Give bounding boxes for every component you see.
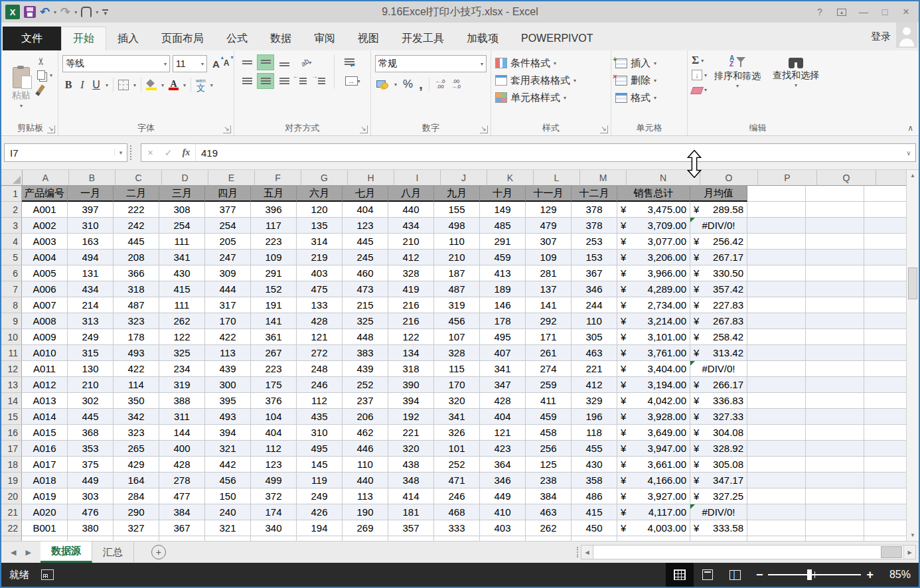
- cell[interactable]: 422: [114, 361, 159, 377]
- cell[interactable]: ¥328.92: [690, 441, 747, 457]
- cell[interactable]: ¥3,709.00: [617, 218, 690, 234]
- cell[interactable]: ¥3,214.00: [617, 313, 690, 329]
- cell[interactable]: 422: [205, 329, 251, 345]
- cell[interactable]: 110: [572, 313, 617, 329]
- page-layout-view-button[interactable]: [694, 563, 722, 587]
- cell[interactable]: 302: [68, 393, 114, 409]
- normal-view-button[interactable]: [666, 563, 694, 587]
- cell[interactable]: 155: [434, 202, 480, 218]
- cell[interactable]: 216: [388, 313, 434, 329]
- cell[interactable]: 341: [434, 409, 480, 425]
- cell[interactable]: 216: [388, 297, 434, 313]
- redo-dropdown-icon[interactable]: ▾: [74, 9, 77, 15]
- decrease-indent-button[interactable]: [294, 73, 311, 89]
- cell[interactable]: [747, 409, 806, 425]
- align-middle-button[interactable]: [257, 54, 274, 70]
- cell-product-id[interactable]: A008: [22, 313, 68, 329]
- cell-product-id[interactable]: A017: [22, 457, 68, 473]
- cell[interactable]: 326: [434, 425, 480, 441]
- clipboard-dialog-launcher-icon[interactable]: ↘: [47, 125, 55, 133]
- cell[interactable]: 174: [251, 504, 297, 520]
- fill-button[interactable]: ↓▾: [692, 69, 707, 81]
- cell[interactable]: [806, 377, 864, 393]
- cell[interactable]: 170: [434, 377, 480, 393]
- zoom-out-button[interactable]: −: [756, 568, 763, 582]
- align-center-button[interactable]: [257, 73, 274, 89]
- cell-product-id[interactable]: A018: [22, 473, 68, 488]
- undo-icon[interactable]: ↶: [40, 7, 50, 17]
- paste-button[interactable]: 粘贴 ▾: [7, 53, 36, 122]
- cell[interactable]: 175: [251, 377, 297, 393]
- customize-qat-icon[interactable]: ▾: [102, 9, 108, 15]
- cell[interactable]: [747, 329, 806, 345]
- format-cells-button[interactable]: 格式▾: [615, 89, 683, 106]
- cell[interactable]: 223: [251, 361, 297, 377]
- cell[interactable]: 192: [388, 409, 434, 425]
- header-cell[interactable]: 七月: [343, 186, 388, 202]
- cell[interactable]: 194: [297, 520, 343, 536]
- align-top-button[interactable]: [238, 54, 256, 70]
- cell[interactable]: 361: [251, 329, 297, 345]
- row-header-21[interactable]: 21: [1, 504, 22, 520]
- cell[interactable]: 171: [526, 329, 572, 345]
- cell[interactable]: [205, 536, 251, 541]
- cell[interactable]: 495: [297, 441, 343, 457]
- comma-style-button[interactable]: ,: [419, 81, 423, 88]
- cell[interactable]: 118: [572, 425, 617, 441]
- cell[interactable]: ¥266.17: [690, 377, 747, 393]
- cell[interactable]: [690, 536, 747, 541]
- formula-bar-handle[interactable]: [130, 145, 138, 160]
- cell[interactable]: 242: [114, 218, 159, 234]
- cell[interactable]: [747, 313, 806, 329]
- cell[interactable]: [747, 473, 806, 488]
- tab-开发工具[interactable]: 开发工具: [390, 27, 455, 50]
- header-cell[interactable]: 五月: [251, 186, 297, 202]
- increase-indent-button[interactable]: [313, 73, 330, 89]
- cell[interactable]: 313: [68, 313, 114, 329]
- cut-button[interactable]: ✂: [37, 56, 52, 66]
- chevron-down-icon[interactable]: ▾: [183, 82, 186, 88]
- cell[interactable]: 247: [205, 250, 251, 265]
- cell[interactable]: 378: [572, 202, 617, 218]
- cell[interactable]: 376: [251, 393, 297, 409]
- cell[interactable]: 380: [68, 520, 114, 536]
- cell[interactable]: [806, 504, 864, 520]
- cell[interactable]: [806, 520, 864, 536]
- cell[interactable]: 249: [68, 329, 114, 345]
- cell[interactable]: 440: [343, 473, 388, 488]
- cell[interactable]: [806, 218, 864, 234]
- cell[interactable]: 272: [297, 345, 343, 361]
- tab-页面布局[interactable]: 页面布局: [150, 27, 215, 50]
- cell[interactable]: 364: [480, 457, 526, 473]
- cell[interactable]: 377: [205, 202, 251, 218]
- cell[interactable]: ¥3,475.00: [617, 202, 690, 218]
- cell[interactable]: 310: [68, 218, 114, 234]
- cell[interactable]: 428: [480, 393, 526, 409]
- clear-button[interactable]: ▾: [692, 84, 707, 96]
- merge-center-button[interactable]: ↔▾: [339, 73, 366, 89]
- tab-插入[interactable]: 插入: [106, 27, 150, 50]
- cell-product-id[interactable]: A003: [22, 234, 68, 250]
- cell-product-id[interactable]: A007: [22, 297, 68, 313]
- next-sheet-icon[interactable]: ▶: [25, 548, 31, 557]
- cell[interactable]: [806, 457, 864, 473]
- cell[interactable]: 254: [205, 218, 251, 234]
- cell[interactable]: [747, 281, 806, 297]
- cell[interactable]: 384: [159, 504, 205, 520]
- cell[interactable]: 115: [434, 361, 480, 377]
- save-icon[interactable]: [24, 6, 36, 18]
- column-header-F[interactable]: F: [255, 170, 301, 186]
- macro-record-icon[interactable]: [41, 569, 54, 580]
- row-header-19[interactable]: 19: [1, 473, 22, 488]
- conditional-formatting-button[interactable]: 条件格式▾: [495, 54, 607, 72]
- chevron-down-icon[interactable]: ▾: [106, 82, 108, 88]
- cell[interactable]: [747, 536, 806, 541]
- column-header-N[interactable]: N: [627, 170, 700, 186]
- cell[interactable]: [806, 361, 864, 377]
- row-header-3[interactable]: 3: [1, 218, 22, 234]
- cell[interactable]: 187: [434, 265, 480, 281]
- header-cell[interactable]: 十一月: [526, 186, 572, 202]
- cell[interactable]: #DIV/0!: [690, 504, 747, 520]
- cell[interactable]: 189: [480, 281, 526, 297]
- alignment-dialog-launcher-icon[interactable]: ↘: [360, 125, 368, 133]
